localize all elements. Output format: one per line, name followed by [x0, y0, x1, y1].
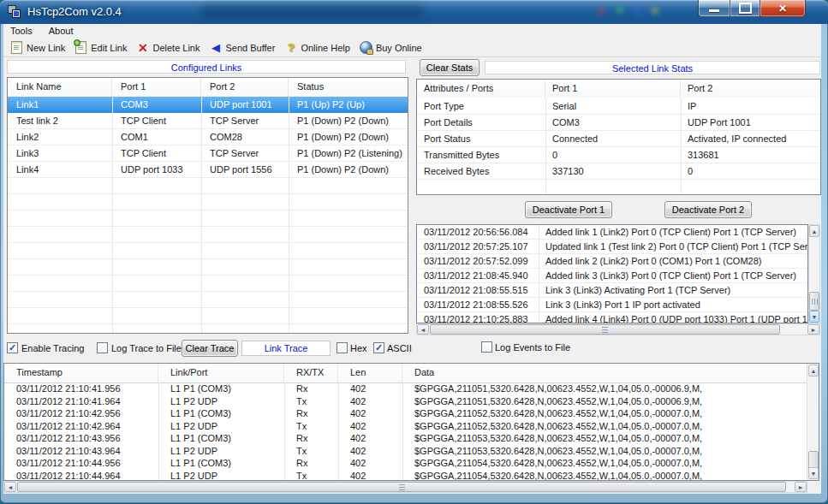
scroll-down-icon[interactable]: ▼ [809, 311, 819, 323]
configured-link-row[interactable]: Test link 2TCP ClientTCP ServerP1 (Down)… [8, 113, 408, 129]
configured-links-rows[interactable]: Link1COM3UDP port 1001P1 (Up) P2 (Up)Tes… [8, 97, 408, 333]
link-stat-row[interactable]: Port DetailsCOM3UDP Port 1001 [417, 115, 820, 131]
cell-message: Added link 3 (Link3) Port 0 (TCP Client)… [539, 269, 807, 282]
trace-row[interactable]: 03/11/2012 21:10:42.956L1 P1 (COM3)Rx402… [4, 407, 807, 420]
app-icon[interactable] [8, 5, 21, 19]
trace-row[interactable]: 03/11/2012 21:10:43.964L1 P2 UDPTx402$GP… [4, 445, 807, 458]
trace-row[interactable]: 03/11/2012 21:10:43.956L1 P1 (COM3)Rx402… [4, 432, 807, 445]
cell-rxtx: Tx [284, 445, 338, 458]
column-header-rxtx[interactable]: RX/TX [284, 364, 338, 382]
menu-tools[interactable]: Tools [3, 24, 39, 38]
toolbar-online-help[interactable]: ? Online Help [281, 39, 355, 56]
hex-checkbox[interactable] [337, 342, 348, 353]
event-log-row[interactable]: 03/11/2012 20:56:56.084Added link 1 (Lin… [417, 225, 807, 240]
scroll-right-icon[interactable]: ► [795, 482, 807, 492]
toolbar-edit-link[interactable]: Edit Link [71, 39, 133, 56]
column-header-attributes[interactable]: Attributes / Ports [417, 80, 545, 98]
link-stats-table[interactable]: Attributes / Ports Port 1 Port 2 Port Ty… [416, 79, 821, 195]
cell-name: Link2 [8, 129, 112, 145]
ascii-checkbox[interactable]: ✓ [373, 342, 384, 353]
titlebar[interactable]: HsTcp2Com v2.0.4 ✕ [0, 0, 828, 24]
column-header-status[interactable]: Status [289, 78, 408, 97]
log-trace-to-file-checkbox[interactable] [97, 342, 108, 353]
trace-row[interactable]: 03/11/2012 21:10:44.964L1 P2 UDPTx402$GP… [4, 470, 807, 482]
event-log-row[interactable]: 03/11/2012 20:57:25.107Updated link 1 (T… [417, 240, 807, 254]
deactivate-port1-button[interactable]: Deactivate Port 1 [525, 201, 612, 218]
event-log-row[interactable]: 03/11/2012 20:57:52.099Added link 2 (Lin… [417, 254, 807, 269]
trace-horizontal-scrollbar[interactable]: ◄ ► [3, 481, 807, 493]
maximize-button[interactable] [730, 0, 759, 17]
trace-row[interactable]: 03/11/2012 21:10:44.956L1 P1 (COM3)Rx402… [4, 457, 807, 470]
event-log-scroll-thumb[interactable] [809, 292, 819, 311]
event-log-hscroll-thumb[interactable] [430, 324, 780, 335]
column-header-data[interactable]: Data [402, 364, 819, 382]
column-header-port1[interactable]: Port 1 [545, 80, 681, 98]
menu-about[interactable]: About [42, 24, 80, 38]
clear-stats-button[interactable]: Clear Stats [420, 59, 480, 76]
configured-link-row[interactable]: Link3TCP ClientTCP ServerP1 (Down) P2 (L… [8, 145, 408, 162]
event-log-rows[interactable]: 03/11/2012 20:56:56.084Added link 1 (Lin… [417, 225, 807, 323]
event-log-horizontal-scrollbar[interactable]: ◄ ► [416, 323, 820, 335]
column-header-port1[interactable]: Port 1 [112, 78, 201, 97]
scroll-down-icon[interactable]: ▼ [808, 467, 819, 479]
cell-port2: COM28 [201, 129, 289, 145]
link-stat-row[interactable]: Transmitted Bytes0313681 [417, 147, 820, 163]
cell-data: $GPGGA,211052,5320.6428,N,00623.4552,W,1… [402, 420, 807, 433]
configured-link-row[interactable]: Link4UDP port 1033UDP port 1556P1 (Down)… [8, 162, 408, 178]
cell-data: $GPGGA,211054,5320.6428,N,00623.4552,W,1… [402, 470, 807, 482]
enable-tracing-checkbox[interactable]: ✓ [7, 342, 18, 353]
link-stat-row[interactable]: Port StatusConnectedActivated, IP connec… [417, 131, 820, 147]
menu-bar: Tools About [3, 24, 821, 39]
toolbar-new-link[interactable]: New Link [7, 39, 71, 56]
trace-row[interactable]: 03/11/2012 21:10:41.956L1 P1 (COM3)Rx402… [4, 382, 807, 395]
link-stats-rows[interactable]: Port TypeSerialIPPort DetailsCOM3UDP Por… [417, 98, 820, 194]
scroll-up-icon[interactable]: ▲ [808, 365, 819, 377]
column-header-len[interactable]: Len [338, 364, 402, 382]
column-header-timestamp[interactable]: Timestamp [4, 364, 158, 382]
column-header-link-port[interactable]: Link/Port [158, 364, 284, 382]
cell-len: 402 [338, 445, 402, 458]
cell-port1: TCP Client [112, 113, 201, 129]
event-log-row[interactable]: 03/11/2012 21:08:55.515Link 3 (Link3) Ac… [417, 283, 807, 298]
log-events-to-file-checkbox[interactable] [481, 341, 492, 353]
toolbar: New Link Edit Link ✕ Delete Link ◀ Send … [3, 39, 821, 57]
column-header-port2[interactable]: Port 2 [681, 80, 820, 98]
column-header-link-name[interactable]: Link Name [8, 78, 112, 97]
scroll-right-icon[interactable]: ► [807, 324, 819, 335]
column-header-port2[interactable]: Port 2 [201, 78, 289, 97]
cell-timestamp: 03/11/2012 21:10:42.956 [4, 407, 158, 420]
event-log-row[interactable]: 03/11/2012 21:10:25.883Added link 4 (Lin… [417, 312, 807, 323]
deactivate-port2-button[interactable]: Deactivate Port 2 [664, 201, 752, 218]
configured-link-row[interactable]: Link1COM3UDP port 1001P1 (Up) P2 (Up) [8, 97, 408, 113]
toolbar-send-buffer[interactable]: ◀ Send Buffer [206, 39, 282, 56]
trace-row[interactable]: 03/11/2012 21:10:42.964L1 P2 UDPTx402$GP… [4, 420, 807, 433]
configured-link-row[interactable]: Link2COM1COM28P1 (Down) P2 (Down) [8, 129, 408, 145]
configured-links-table[interactable]: Link Name Port 1 Port 2 Status Link1COM3… [7, 77, 408, 334]
link-stat-row[interactable]: Received Bytes3371300 [417, 163, 820, 180]
cell-rxtx: Tx [284, 420, 338, 433]
minimize-button[interactable] [698, 0, 730, 17]
trace-vertical-scrollbar[interactable]: ▲ ▼ [807, 364, 819, 480]
scroll-left-icon[interactable]: ◄ [4, 482, 16, 492]
event-log[interactable]: 03/11/2012 20:56:56.084Added link 1 (Lin… [416, 224, 808, 323]
cell-link_port: L1 P1 (COM3) [158, 432, 284, 445]
close-button[interactable]: ✕ [759, 0, 806, 17]
clear-trace-button[interactable]: Clear Trace [182, 340, 238, 357]
toolbar-buy-online[interactable]: Buy Online [356, 39, 428, 56]
scroll-left-icon[interactable]: ◄ [417, 324, 429, 335]
link-stat-row[interactable]: Port TypeSerialIP [417, 98, 820, 115]
cell-data: $GPGGA,211051,5320.6428,N,00623.4552,W,1… [402, 382, 807, 395]
event-log-row[interactable]: 03/11/2012 21:08:55.526Link 3 (Link3) Po… [417, 298, 807, 312]
trace-rows[interactable]: 03/11/2012 21:10:41.956L1 P1 (COM3)Rx402… [4, 382, 807, 480]
toolbar-delete-link[interactable]: ✕ Delete Link [133, 39, 206, 56]
event-log-vertical-scrollbar[interactable]: ▲ ▼ [808, 224, 820, 323]
cell-timestamp: 03/11/2012 21:10:43.964 [4, 445, 158, 458]
trace-row[interactable]: 03/11/2012 21:10:41.964L1 P2 UDPTx402$GP… [4, 395, 807, 408]
cell-port1: 337130 [545, 163, 681, 180]
trace-hscroll-thumb[interactable] [17, 482, 786, 492]
scroll-up-icon[interactable]: ▲ [809, 225, 819, 237]
cell-port2: Activated, IP connected [681, 131, 820, 147]
trace-table[interactable]: Timestamp Link/Port RX/TX Len Data 03/11… [3, 363, 819, 481]
event-log-row[interactable]: 03/11/2012 21:08:45.940Added link 3 (Lin… [417, 269, 807, 283]
toolbar-label: Buy Online [376, 43, 422, 53]
